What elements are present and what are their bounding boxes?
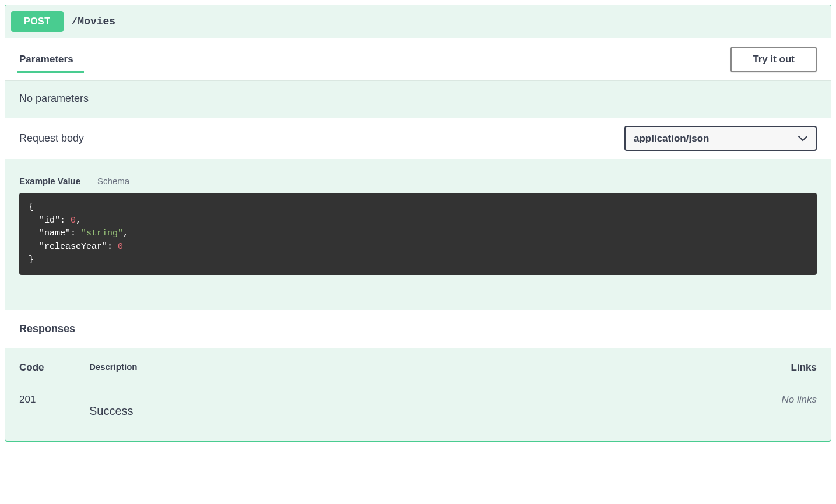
request-body-label: Request body [19, 132, 84, 144]
col-header-code: Code [19, 362, 89, 373]
col-header-description: Description [89, 362, 747, 373]
parameters-tab-label: Parameters [19, 54, 73, 65]
active-tab-underline [17, 71, 84, 73]
col-header-links: Links [747, 362, 817, 373]
tab-example-value[interactable]: Example Value [19, 176, 80, 186]
table-row: 201 Success No links [19, 382, 817, 418]
try-it-out-button[interactable]: Try it out [730, 47, 817, 72]
content-type-select[interactable]: application/json [624, 126, 817, 151]
response-links: No links [747, 394, 817, 418]
tab-divider [89, 175, 89, 186]
content-type-select-wrap: application/json [624, 126, 817, 151]
http-method-badge: POST [11, 11, 64, 32]
response-description: Success [89, 394, 747, 418]
responses-table: Code Description Links 201 Success No li… [5, 348, 831, 441]
example-schema-tabs: Example Value Schema [5, 159, 831, 193]
responses-heading: Responses [5, 310, 831, 348]
example-json-code[interactable]: { "id": 0, "name": "string", "releaseYea… [19, 193, 817, 275]
parameters-empty: No parameters [5, 80, 831, 117]
request-body-header: Request body application/json [5, 118, 831, 159]
parameters-tab[interactable]: Parameters [19, 54, 73, 65]
operation-block: POST /Movies Parameters Try it out No pa… [5, 5, 831, 442]
operation-summary[interactable]: POST /Movies [5, 5, 831, 38]
endpoint-path: /Movies [72, 16, 116, 27]
response-code: 201 [19, 394, 89, 418]
tab-schema[interactable]: Schema [97, 176, 129, 186]
responses-table-header: Code Description Links [19, 362, 817, 382]
parameters-header: Parameters Try it out [5, 38, 831, 80]
